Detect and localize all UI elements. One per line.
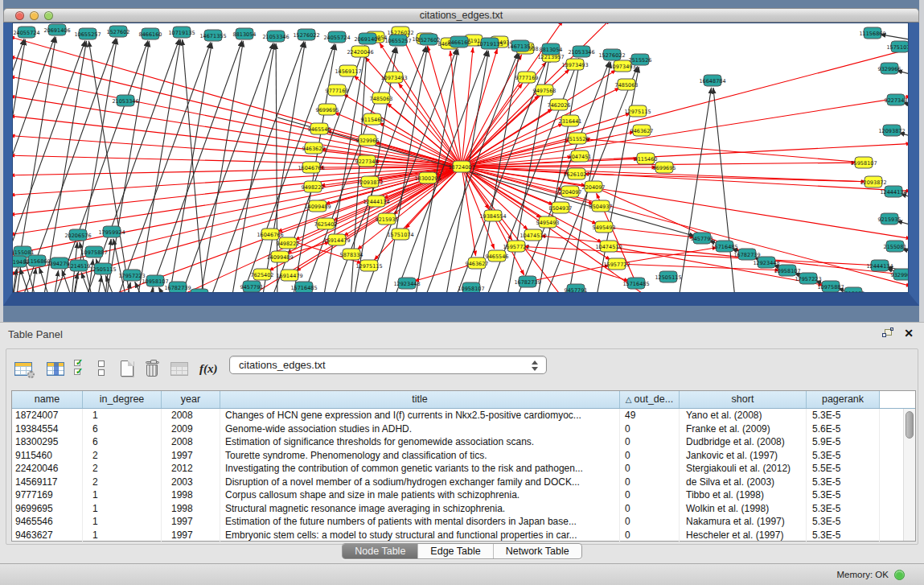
table-vertical-scrollbar[interactable] xyxy=(903,409,915,541)
column-header-short[interactable]: short xyxy=(680,391,807,408)
table-cell: 2 xyxy=(83,476,162,489)
table-cell: 2 xyxy=(83,462,162,476)
svg-text:24055724: 24055724 xyxy=(323,35,350,41)
tab-network-table[interactable]: Network Table xyxy=(493,544,581,558)
column-header-pagerank[interactable]: pagerank xyxy=(807,391,880,408)
table-options-icon[interactable] xyxy=(14,356,32,381)
sort-ascending-icon: △ xyxy=(626,395,632,404)
table-cell: 14569117 xyxy=(12,476,83,489)
table-cell: 0 xyxy=(620,529,680,542)
svg-text:16261027: 16261027 xyxy=(563,171,589,178)
table-cell: 9777169 xyxy=(12,488,83,502)
svg-text:12093872: 12093872 xyxy=(356,179,383,186)
svg-text:2204097: 2204097 xyxy=(582,184,606,191)
table-cell: 0 xyxy=(620,488,680,502)
svg-text:9777169: 9777169 xyxy=(326,88,349,94)
new-column-icon[interactable] xyxy=(121,356,133,381)
svg-text:12093872: 12093872 xyxy=(878,128,905,134)
dropdown-stepper-icon xyxy=(532,360,539,372)
table-row[interactable]: 946554611997Estimation of the future num… xyxy=(12,515,915,529)
svg-text:9227343: 9227343 xyxy=(355,159,379,165)
function-builder-icon[interactable]: f(x) xyxy=(199,356,218,381)
table-cell: 19384554 xyxy=(12,422,83,436)
table-cell: 5.3E-5 xyxy=(807,488,880,502)
svg-text:9215935: 9215935 xyxy=(842,290,865,294)
svg-text:15957722: 15957722 xyxy=(503,244,529,250)
table-row[interactable]: 969969511998Structural magnetic resonanc… xyxy=(12,502,915,516)
table-cell: 49 xyxy=(620,409,680,422)
column-header-title[interactable]: title xyxy=(220,391,620,408)
table-row[interactable]: 2242004622012Investigating the contribut… xyxy=(12,462,915,476)
svg-text:16782739: 16782739 xyxy=(164,285,191,291)
tab-node-table[interactable]: Node Table xyxy=(343,544,417,558)
table-cell: 18724007 xyxy=(12,409,83,422)
table-row[interactable]: 977716911998Corpus callosum shape and si… xyxy=(12,488,915,502)
svg-text:7625402: 7625402 xyxy=(251,272,274,278)
svg-text:8813054: 8813054 xyxy=(233,31,257,38)
deselect-rows-icon[interactable] xyxy=(98,356,105,381)
svg-text:18300295: 18300295 xyxy=(414,175,441,182)
table-cell: 1 xyxy=(83,488,162,502)
svg-text:2316441: 2316441 xyxy=(559,118,582,125)
tab-edge-table[interactable]: Edge Table xyxy=(417,544,492,558)
table-row[interactable]: 1830029562008Estimation of significance … xyxy=(12,435,915,449)
table-cell: Estimation of significance thresholds fo… xyxy=(220,435,620,449)
column-header-in_degree[interactable]: in_degree xyxy=(83,391,162,408)
table-cell: Stergiakouli et al. (2012) xyxy=(680,462,807,476)
table-row[interactable]: 911546021997Tourette syndrome. Phenomeno… xyxy=(12,449,915,463)
column-header-out_de[interactable]: △out_de... xyxy=(620,391,680,408)
table-row[interactable]: 1938455462009Genome-wide association stu… xyxy=(12,422,915,436)
svg-text:9457791: 9457791 xyxy=(240,284,264,290)
table-selector-dropdown[interactable]: citations_edges.txt xyxy=(229,356,547,374)
table-row[interactable]: 1456911722003Disruption of a novel membe… xyxy=(12,476,915,489)
svg-text:7485063: 7485063 xyxy=(370,96,393,102)
svg-text:12505115: 12505115 xyxy=(89,266,116,273)
svg-text:1047451: 1047451 xyxy=(569,154,592,160)
svg-text:1527602: 1527602 xyxy=(107,29,130,35)
table-header-row: namein_degreeyeartitle△out_de...shortpag… xyxy=(12,391,915,409)
svg-text:8504937: 8504937 xyxy=(549,205,573,212)
table-cell: Estimation of the future numbers of pati… xyxy=(220,515,620,529)
svg-text:8813054: 8813054 xyxy=(540,47,563,53)
table-cell: 5.3E-5 xyxy=(807,476,880,489)
svg-text:13973493: 13973493 xyxy=(561,62,588,68)
scrollbar-thumb[interactable] xyxy=(906,411,914,439)
table-row[interactable]: 946362711997Embryonic stem cells: a mode… xyxy=(12,529,915,542)
delete-table-icon[interactable] xyxy=(170,356,188,381)
column-header-year[interactable]: year xyxy=(162,391,220,408)
svg-text:16648784: 16648784 xyxy=(699,78,725,84)
column-header-name[interactable]: name xyxy=(12,391,83,408)
select-all-rows-icon[interactable]: ✓✓ xyxy=(74,356,84,381)
table-cell: 1998 xyxy=(162,488,220,502)
table-cell: 5.3E-5 xyxy=(807,449,880,463)
table-row[interactable]: 1872400712008Changes of HCN gene express… xyxy=(12,409,915,422)
select-column-icon[interactable] xyxy=(47,356,64,381)
svg-text:16046766: 16046766 xyxy=(298,165,324,171)
svg-text:9465546: 9465546 xyxy=(486,253,509,260)
svg-text:19384554: 19384554 xyxy=(479,213,506,220)
close-panel-icon[interactable]: ✕ xyxy=(904,327,914,340)
svg-text:15957722: 15957722 xyxy=(603,262,630,268)
table-cell: 22420046 xyxy=(12,462,83,476)
network-canvas-frame: 1872400722420046145691179777169969969594… xyxy=(3,23,919,306)
svg-text:21053346: 21053346 xyxy=(262,34,289,40)
svg-text:20206576: 20206576 xyxy=(64,233,91,239)
delete-column-icon[interactable] xyxy=(146,356,159,381)
table-body: 1872400712008Changes of HCN gene express… xyxy=(12,409,915,542)
table-cell: 6 xyxy=(83,435,162,449)
svg-text:9465546: 9465546 xyxy=(308,126,331,133)
table-cell: 2008 xyxy=(162,409,220,422)
table-cell: 0 xyxy=(620,449,680,463)
network-window-titlebar[interactable]: citations_edges.txt xyxy=(3,8,919,23)
svg-text:24055724: 24055724 xyxy=(13,30,39,36)
float-panel-icon[interactable] xyxy=(882,329,893,340)
table-cell: 0 xyxy=(620,515,680,529)
table-cell: Hescheler et al. (1997) xyxy=(680,529,807,542)
svg-text:9329966: 9329966 xyxy=(878,66,901,72)
svg-text:9463627: 9463627 xyxy=(466,261,489,267)
table-cell: 1997 xyxy=(162,529,220,542)
table-cell: 5.3E-5 xyxy=(807,409,880,422)
network-window-title: citations_edges.txt xyxy=(4,9,918,23)
table-cell: Disruption of a novel member of a sodium… xyxy=(220,476,620,489)
network-graph-canvas[interactable]: 1872400722420046145691179777169969969594… xyxy=(12,23,909,293)
